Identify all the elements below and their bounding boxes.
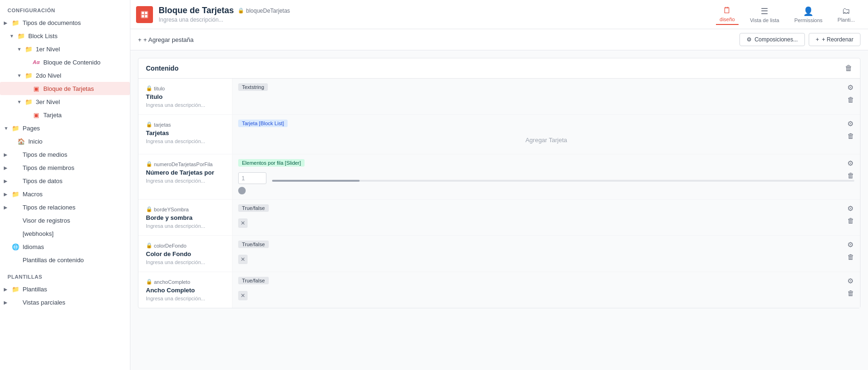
sidebar-item-label: Idiomas — [23, 243, 126, 250]
sidebar-item-label: Visor de registros — [23, 217, 126, 224]
arrow-icon: ▶ — [4, 152, 11, 157]
property-desc: Ingresa una descripción... — [146, 259, 225, 265]
sidebar-item-2do-nivel[interactable]: ▼ 📁 2do Nivel — [0, 69, 130, 82]
delete-property-icon[interactable]: 🗑 — [847, 289, 854, 297]
sidebar-item-label: Pages — [23, 125, 126, 132]
type-badge: Elementos por fila [Slider] — [238, 159, 305, 167]
sidebar-item-label: Plantillas — [23, 286, 126, 293]
sidebar-item-tipos-documentos[interactable]: ▶ 📁 Tipos de documentos — [0, 16, 130, 29]
sidebar-item-plantillas[interactable]: ▶ 📁 Plantillas — [0, 282, 130, 296]
property-borde-sombra: 🔒 bordeYSombra Borde y sombra Ingresa un… — [138, 200, 860, 236]
action-vista-lista[interactable]: ☰ Vista de lista — [746, 4, 783, 25]
property-left-ancho: 🔒 anchoCompleto Ancho Completo Ingresa u… — [138, 272, 233, 308]
property-desc: Ingresa una descripción... — [146, 296, 225, 301]
sidebar-item-label: Bloque de Contenido — [43, 59, 126, 66]
composiciones-button[interactable]: ⚙ Composiciones... — [739, 33, 805, 46]
reordenar-button[interactable]: + + Reordenar — [809, 33, 860, 46]
settings-icon[interactable]: ⚙ — [847, 159, 854, 168]
settings-icon[interactable]: ⚙ — [847, 241, 854, 249]
arrow-icon: ▶ — [4, 205, 11, 210]
sidebar-item-tipos-relaciones[interactable]: ▶ Tipos de relaciones — [0, 201, 130, 214]
sidebar-item-webhooks[interactable]: [webhooks] — [0, 227, 130, 240]
delete-property-icon[interactable]: 🗑 — [847, 253, 854, 261]
arrow-icon: ▶ — [4, 300, 11, 305]
sidebar-item-plantillas-contenido[interactable]: Plantillas de contenido — [0, 253, 130, 266]
property-alias: 🔒 bordeYSombra — [146, 206, 225, 212]
type-badge: True/false — [238, 277, 269, 284]
topbar-alias: 🔒 bloqueDeTarjetas — [238, 8, 290, 14]
type-badge: True/false — [238, 241, 269, 248]
slider-thumb[interactable] — [238, 187, 246, 194]
type-badge: True/false — [238, 204, 269, 212]
property-left-color: 🔒 colorDeFondo Color de Fondo Ingresa un… — [138, 236, 233, 272]
sidebar-item-label: Tipos de datos — [23, 177, 126, 185]
folder-icon: 📁 — [11, 18, 20, 27]
main-content: Bloque de Tarjetas 🔒 bloqueDeTarjetas In… — [130, 0, 868, 370]
property-ancho-completo: 🔒 anchoCompleto Ancho Completo Ingresa u… — [138, 272, 860, 308]
sidebar-item-bloque-tarjetas[interactable]: ▣ Bloque de Tarjetas — [0, 82, 130, 95]
folder-icon: 📁 — [11, 124, 20, 132]
property-left-tarjetas: 🔒 tarjetas Tarjetas Ingresa una descripc… — [138, 115, 233, 154]
settings-icon[interactable]: ⚙ — [847, 277, 854, 285]
agregar-tarjeta-button[interactable]: Agregar Tarjeta — [238, 131, 854, 149]
sidebar-item-block-lists[interactable]: ▼ 📁 Block Lists — [0, 29, 130, 42]
svg-rect-3 — [142, 15, 144, 17]
delete-property-icon[interactable]: 🗑 — [847, 132, 854, 140]
property-desc: Ingresa una descripción... — [146, 223, 225, 229]
property-color-fondo: 🔒 colorDeFondo Color de Fondo Ingresa un… — [138, 236, 860, 272]
settings-icon[interactable]: ⚙ — [847, 83, 854, 92]
arrow-icon: ▼ — [4, 126, 11, 131]
sidebar-item-1er-nivel[interactable]: ▼ 📁 1er Nivel — [0, 42, 130, 56]
sidebar-item-idiomas[interactable]: 🌐 Idiomas — [0, 240, 130, 253]
slider-track[interactable] — [272, 180, 854, 182]
toggle-false-button[interactable]: ✕ — [238, 255, 248, 264]
settings-icon[interactable]: ⚙ — [847, 204, 854, 213]
sidebar-item-label: Tarjeta — [43, 112, 126, 119]
sidebar-item-label: Tipos de medios — [23, 151, 126, 158]
arrow-icon: ▶ — [4, 20, 11, 25]
slider-value-input[interactable] — [238, 172, 266, 184]
svg-rect-4 — [145, 15, 147, 17]
toggle-ancho: ✕ — [238, 291, 854, 300]
action-plantillas[interactable]: 🗂 Planti... — [834, 4, 859, 24]
section-header: Contenido 🗑 — [138, 58, 860, 79]
sidebar-item-bloque-contenido[interactable]: Aα Bloque de Contenido — [0, 56, 130, 69]
sidebar-item-macros[interactable]: ▶ 📁 Macros — [0, 187, 130, 201]
svg-rect-1 — [142, 12, 144, 14]
sidebar-item-visor-registros[interactable]: Visor de registros — [0, 214, 130, 227]
action-permissions[interactable]: 👤 Permissions — [790, 4, 826, 25]
topbar: Bloque de Tarjetas 🔒 bloqueDeTarjetas In… — [130, 0, 868, 29]
property-actions: ⚙ 🗑 — [847, 277, 854, 297]
sidebar: Configuración ▶ 📁 Tipos de documentos ▼ … — [0, 0, 130, 370]
sidebar-item-label: Tipos de documentos — [23, 19, 126, 26]
sidebar-item-3er-nivel[interactable]: ▼ 📁 3er Nivel — [0, 95, 130, 108]
toggle-false-button[interactable]: ✕ — [238, 218, 248, 228]
property-right-color: True/false ✕ ⚙ 🗑 — [233, 236, 860, 272]
sidebar-item-tarjeta[interactable]: ▣ Tarjeta — [0, 108, 130, 121]
action-diseno[interactable]: 🗒 diseño — [716, 4, 739, 25]
delete-property-icon[interactable]: 🗑 — [847, 217, 854, 225]
delete-property-icon[interactable]: 🗑 — [847, 96, 854, 104]
lock-small-icon: 🔒 — [146, 242, 153, 249]
folder-icon — [11, 150, 20, 159]
sidebar-item-tipos-miembros[interactable]: ▶ Tipos de miembros — [0, 161, 130, 174]
settings-icon[interactable]: ⚙ — [847, 120, 854, 128]
sidebar-item-inicio[interactable]: 🏠 Inicio — [0, 135, 130, 148]
delete-property-icon[interactable]: 🗑 — [847, 171, 854, 179]
sidebar-plantillas-label: Plantillas — [0, 266, 130, 282]
delete-section-button[interactable]: 🗑 — [845, 64, 852, 72]
sidebar-item-vistas-parciales[interactable]: ▶ Vistas parciales — [0, 296, 130, 309]
add-tab-button[interactable]: + + Agregar pestaña — [138, 36, 193, 43]
topbar-description: Ingresa una descripción... — [159, 16, 716, 23]
sidebar-item-tipos-datos[interactable]: ▶ Tipos de datos — [0, 174, 130, 187]
toggle-false-button[interactable]: ✕ — [238, 291, 248, 300]
property-name: Título — [146, 93, 225, 100]
property-right-ancho: True/false ✕ ⚙ 🗑 — [233, 272, 860, 308]
sidebar-item-label: Block Lists — [28, 32, 126, 40]
sidebar-item-tipos-medios[interactable]: ▶ Tipos de medios — [0, 148, 130, 161]
compose-icon: ⚙ — [747, 36, 752, 43]
lock-small-icon: 🔒 — [146, 279, 153, 285]
person-icon: 👤 — [803, 6, 813, 16]
sidebar-item-pages[interactable]: ▼ 📁 Pages — [0, 121, 130, 135]
tabbar-actions: ⚙ Composiciones... + + Reordenar — [739, 33, 860, 46]
